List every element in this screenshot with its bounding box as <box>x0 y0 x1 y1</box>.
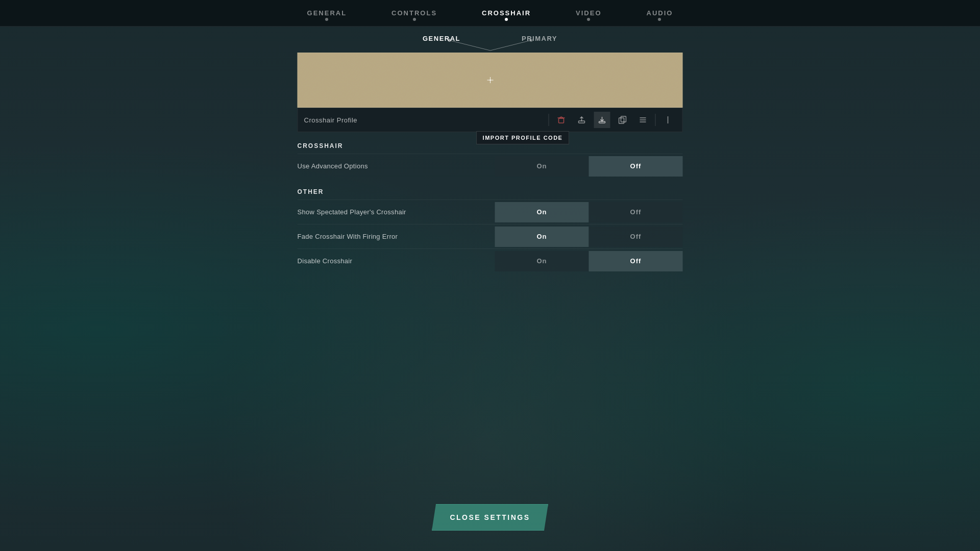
connector-lines <box>449 40 531 53</box>
nav-item-audio[interactable]: AUDIO <box>645 9 675 17</box>
use-advanced-options-on[interactable]: On <box>495 156 589 177</box>
main-content: GENERAL PRIMARY Crosshair Profile <box>298 27 683 273</box>
nav-item-controls[interactable]: CONTROLS <box>389 9 439 17</box>
share-profile-button[interactable] <box>574 112 590 128</box>
use-advanced-options-toggle: On Off <box>495 156 683 177</box>
nav-item-crosshair[interactable]: CROSSHAIR <box>480 9 533 17</box>
fade-crosshair-off[interactable]: Off <box>589 227 683 247</box>
show-spectated-crosshair-on[interactable]: On <box>495 202 589 222</box>
show-spectated-crosshair-label: Show Spectated Player's Crosshair <box>298 208 495 216</box>
profile-label: Crosshair Profile <box>304 116 545 124</box>
copy-profile-button[interactable] <box>615 112 631 128</box>
close-settings-button[interactable]: CLOSE SETTINGS <box>432 504 548 531</box>
disable-crosshair-row: Disable Crosshair On Off <box>298 248 683 273</box>
svg-line-1 <box>490 40 531 51</box>
svg-point-3 <box>529 39 532 42</box>
svg-rect-12 <box>621 116 626 122</box>
profile-divider-2 <box>655 114 656 126</box>
delete-profile-button[interactable] <box>553 112 570 128</box>
other-section: OTHER Show Spectated Player's Crosshair … <box>298 186 683 273</box>
list-profiles-button[interactable] <box>635 112 651 128</box>
top-navigation: GENERAL CONTROLS CROSSHAIR VIDEO AUDIO <box>0 0 980 27</box>
crosshair-visual <box>485 75 495 85</box>
other-section-header: OTHER <box>298 186 683 197</box>
show-spectated-crosshair-toggle: On Off <box>495 202 683 222</box>
svg-point-2 <box>448 39 451 42</box>
profile-bar: Crosshair Profile <box>298 108 683 132</box>
svg-rect-9 <box>579 121 585 123</box>
fade-crosshair-on[interactable]: On <box>495 227 589 247</box>
crosshair-dot <box>489 80 491 81</box>
disable-crosshair-label: Disable Crosshair <box>298 257 495 265</box>
fade-crosshair-toggle: On Off <box>495 227 683 247</box>
fade-crosshair-row: Fade Crosshair With Firing Error On Off <box>298 224 683 248</box>
disable-crosshair-off[interactable]: Off <box>589 251 683 271</box>
disable-crosshair-toggle: On Off <box>495 251 683 271</box>
svg-rect-10 <box>599 121 605 123</box>
nav-item-general[interactable]: GENERAL <box>305 9 349 17</box>
use-advanced-options-off[interactable]: Off <box>589 156 683 177</box>
import-profile-tooltip: IMPORT PROFILE CODE <box>476 131 570 144</box>
nav-item-video[interactable]: VIDEO <box>574 9 603 17</box>
show-spectated-crosshair-row: Show Spectated Player's Crosshair On Off <box>298 199 683 224</box>
use-advanced-options-row: Use Advanced Options On Off <box>298 154 683 178</box>
svg-rect-4 <box>559 118 564 123</box>
sub-tabs-wrapper: GENERAL PRIMARY <box>298 27 683 42</box>
svg-line-0 <box>449 40 490 51</box>
show-spectated-crosshair-off[interactable]: Off <box>589 202 683 222</box>
disable-crosshair-on[interactable]: On <box>495 251 589 271</box>
crosshair-preview-area <box>298 53 683 108</box>
use-advanced-options-label: Use Advanced Options <box>298 162 495 170</box>
profile-extra-button[interactable] <box>660 112 676 128</box>
svg-rect-11 <box>619 118 624 123</box>
crosshair-section: CROSSHAIR Use Advanced Options On Off <box>298 140 683 178</box>
profile-divider <box>549 114 549 126</box>
fade-crosshair-label: Fade Crosshair With Firing Error <box>298 233 495 240</box>
import-profile-button[interactable] <box>594 112 610 128</box>
